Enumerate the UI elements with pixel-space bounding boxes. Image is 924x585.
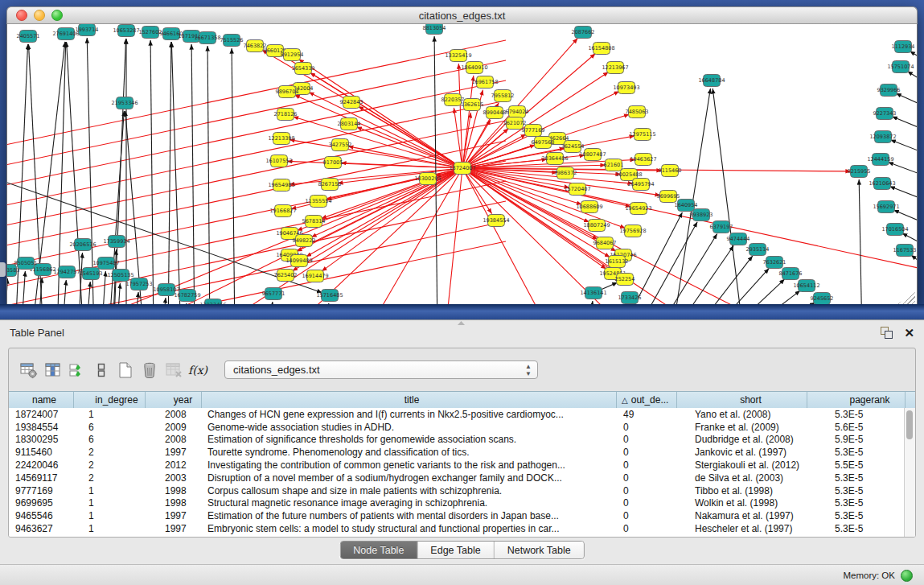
table-cell[interactable]: 5.3E-5 [807,485,906,496]
table-row[interactable]: 946362711997Embryonic stem cells: a mode… [9,522,915,535]
table-row[interactable]: 1456911722003Disruption of a novel membe… [9,472,915,484]
table-cell[interactable]: 1 [74,485,146,496]
close-panel-icon[interactable]: ✕ [904,327,914,339]
column-header-pagerank[interactable]: pagerank [807,392,906,408]
table-cell[interactable]: 9777169 [9,485,74,496]
table-cell[interactable]: Hescheler et al. (1997) [677,523,807,534]
table-cell[interactable]: Tourette syndrome. Phenomenology and cla… [202,447,617,458]
table-cell[interactable]: 5.3E-5 [807,447,906,458]
tab-edge-table[interactable]: Edge Table [417,542,494,558]
table-cell[interactable]: 1998 [146,497,202,509]
table-cell[interactable]: 2009 [146,422,202,433]
network-window[interactable]: citations_edges.txt 24055712769140619937… [6,6,918,304]
delete-rows-icon[interactable] [138,358,162,382]
table-cell[interactable]: 9465546 [9,510,74,521]
network-svg[interactable]: 2405571276914061993714106532871527602946… [7,24,917,306]
table-cell[interactable]: 2 [74,459,146,471]
table-cell[interactable]: 1997 [146,523,202,534]
table-cell[interactable]: 0 [617,485,677,496]
table-row[interactable]: 1938455462009Genome-wide association stu… [9,421,915,434]
table-cell[interactable]: 2012 [146,459,202,471]
table-cell[interactable]: Embryonic stem cells: a model to study s… [202,523,617,534]
column-header-year[interactable]: year [146,392,202,408]
table-cell[interactable]: 22420046 [9,459,74,471]
table-cell[interactable]: 5.3E-5 [807,497,906,509]
column-header-name[interactable]: name [9,392,74,408]
table-row[interactable]: 1830029562008Estimation of significance … [9,434,915,447]
table-cell[interactable]: 18300295 [9,434,74,445]
vertical-scrollbar[interactable] [904,408,915,537]
table-cell[interactable]: Structural magnetic resonance image aver… [202,497,617,509]
unselect-columns-icon[interactable] [89,358,113,382]
table-cell[interactable]: 0 [617,459,677,471]
table-cell[interactable]: 0 [617,510,677,521]
create-table-icon[interactable] [113,358,138,382]
table-row[interactable]: 977716911998Corpus callosum shape and si… [9,484,915,497]
show-columns-icon[interactable] [41,358,65,382]
table-cell[interactable]: 5.9E-5 [807,434,906,445]
table-cell[interactable]: 2008 [146,409,202,420]
table-cell[interactable]: de Silva et al. (2003) [677,472,807,484]
table-cell[interactable]: 1 [74,409,146,420]
table-cell[interactable]: 18724007 [9,409,74,420]
table-cell[interactable]: Wolkin et al. (1998) [677,497,807,509]
network-canvas[interactable]: 2405571276914061993714106532871527602946… [6,24,918,306]
table-cell[interactable]: Investigating the contribution of common… [202,459,617,471]
table-cell[interactable]: 19384554 [9,422,74,433]
column-header-out-degree[interactable]: △ out_de... [617,392,677,408]
table-cell[interactable]: 2003 [146,472,202,484]
table-cell[interactable]: 0 [617,447,677,458]
table-cell[interactable]: 0 [617,422,677,433]
table-row[interactable]: 946554611997Estimation of the future num… [9,509,915,522]
table-cell[interactable]: Estimation of the future numbers of pati… [202,510,617,521]
table-cell[interactable]: Changes of HCN gene expression and I(f) … [202,409,617,420]
column-header-in-degree[interactable]: in_degree [74,392,146,408]
table-cell[interactable]: 9699695 [9,497,74,509]
table-cell[interactable]: Tibbo et al. (1998) [677,485,807,496]
table-cell[interactable]: Yano et al. (2008) [677,409,807,420]
table-cell[interactable]: Franke et al. (2009) [677,422,807,433]
table-cell[interactable]: 14569117 [9,472,74,484]
table-row[interactable]: 969969511998Structural magnetic resonanc… [9,497,915,510]
float-panel-icon[interactable] [881,327,893,339]
table-cell[interactable]: Corpus callosum shape and size in male p… [202,485,617,496]
table-cell[interactable]: 6 [74,422,146,433]
select-all-columns-icon[interactable] [65,358,89,382]
table-cell[interactable]: 1 [74,523,146,534]
table-cell[interactable]: Disruption of a novel member of a sodium… [202,472,617,484]
table-cell[interactable]: 1997 [146,447,202,458]
column-header-title[interactable]: title [202,392,617,408]
table-cell[interactable]: 2 [74,472,146,484]
table-cell[interactable]: 5.3E-5 [807,523,906,534]
table-cell[interactable]: Stergiakouli et al. (2012) [677,459,807,471]
table-cell[interactable]: 1998 [146,485,202,496]
table-cell[interactable]: Nakamura et al. (1997) [677,510,807,521]
table-cell[interactable]: 5.5E-5 [807,459,906,471]
table-cell[interactable]: Dudbridge et al. (2008) [677,434,807,445]
panel-collapse-handle[interactable] [0,262,6,277]
table-cell[interactable]: Jankovic et al. (1997) [677,447,807,458]
table-cell[interactable]: Genome-wide association studies in ADHD. [202,422,617,433]
table-row[interactable]: 1872400712008Changes of HCN gene express… [9,408,915,421]
table-cell[interactable]: 5.3E-5 [807,472,906,484]
table-selector-dropdown[interactable]: citations_edges.txt ▲▼ [224,360,538,379]
table-cell[interactable]: 6 [74,434,146,445]
table-cell[interactable]: 9115460 [9,447,74,458]
table-cell[interactable]: 0 [617,497,677,509]
table-cell[interactable]: 2 [74,447,146,458]
table-cell[interactable]: 0 [617,434,677,445]
table-cell[interactable]: 5.3E-5 [807,409,906,420]
window-titlebar[interactable]: citations_edges.txt [6,6,918,24]
table-cell[interactable]: 0 [617,523,677,534]
column-header-short[interactable]: short [677,392,807,408]
function-builder-icon[interactable]: f(x) [186,358,210,382]
table-settings-icon[interactable] [17,358,41,382]
table-cell[interactable]: 49 [617,409,677,420]
table-row[interactable]: 2242004622012Investigating the contribut… [9,459,915,472]
table-cell[interactable]: 1 [74,510,146,521]
table-cell[interactable]: 5.3E-5 [807,510,906,521]
table-cell[interactable]: 1 [74,497,146,509]
table-cell[interactable]: 0 [617,472,677,484]
table-cell[interactable]: 9463627 [9,523,74,534]
table-cell[interactable]: 1997 [146,510,202,521]
